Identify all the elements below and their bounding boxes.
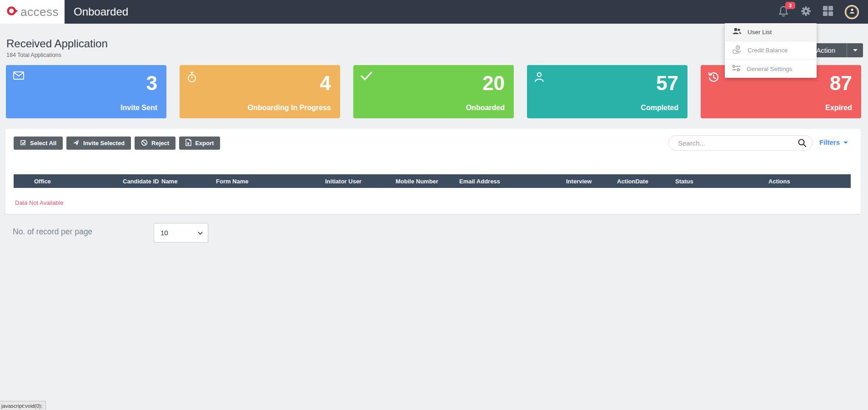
column-header-interview: Interview bbox=[566, 178, 592, 185]
button-label: Select All bbox=[30, 140, 56, 147]
empty-table-message: Data Not Available bbox=[15, 199, 64, 206]
settings-dropdown-menu: User List Credit Balance General Setting… bbox=[725, 23, 817, 78]
select-all-button[interactable]: Select All bbox=[14, 137, 63, 150]
button-label: Reject bbox=[151, 140, 169, 147]
checkbox-check-icon bbox=[20, 139, 26, 147]
notification-count-badge: 3 bbox=[785, 2, 795, 9]
navbar-actions: 3 bbox=[778, 5, 868, 19]
pending-action-caret-button[interactable] bbox=[847, 43, 863, 57]
notifications-button[interactable]: 3 bbox=[778, 5, 789, 19]
search-icon bbox=[798, 142, 807, 149]
stat-value: 4 bbox=[320, 72, 331, 94]
paper-plane-icon bbox=[73, 139, 80, 147]
column-header-initiator-user: Initiator User bbox=[325, 178, 361, 185]
button-label: Invite Selected bbox=[83, 140, 125, 147]
brand-logo[interactable]: access bbox=[0, 0, 65, 24]
stat-card-onboarded[interactable]: 20 Onboarded bbox=[353, 65, 514, 118]
column-header-email-address: Email Address bbox=[459, 178, 500, 185]
filters-label: Filters bbox=[819, 138, 840, 146]
menu-item-label: Credit Balance bbox=[748, 47, 788, 54]
stopwatch-icon bbox=[187, 71, 197, 85]
chevron-down-icon bbox=[853, 49, 858, 51]
stat-label: Expired bbox=[825, 104, 852, 112]
column-header-name: Name bbox=[161, 178, 177, 185]
stat-value: 20 bbox=[482, 72, 505, 94]
stat-card-onboarding-in-progress[interactable]: 4 Onboarding In Progress bbox=[180, 65, 340, 118]
sliders-icon bbox=[732, 65, 741, 73]
settings-gear-button[interactable] bbox=[801, 6, 811, 18]
history-clock-icon bbox=[708, 71, 719, 85]
stat-label: Onboarded bbox=[466, 104, 505, 112]
envelope-icon bbox=[13, 71, 24, 81]
reject-button[interactable]: Reject bbox=[135, 137, 176, 150]
user-avatar[interactable] bbox=[845, 5, 859, 19]
search-box bbox=[668, 135, 813, 151]
button-label: Export bbox=[195, 140, 214, 147]
records-per-page-label: No. of record per page bbox=[13, 227, 92, 237]
page-module-title: Onboarded bbox=[74, 5, 128, 18]
invite-selected-button[interactable]: Invite Selected bbox=[66, 137, 131, 150]
apps-grid-button[interactable] bbox=[823, 6, 833, 18]
users-icon bbox=[732, 27, 742, 37]
person-icon bbox=[849, 8, 855, 16]
column-header-form-name: Form Name bbox=[216, 178, 249, 185]
filters-toggle[interactable]: Filters bbox=[819, 138, 848, 146]
search-input[interactable] bbox=[678, 136, 796, 150]
menu-item-label: General Settings bbox=[747, 66, 793, 72]
page-title: Received Application bbox=[6, 37, 108, 50]
excel-file-icon bbox=[186, 139, 191, 147]
records-per-page-select[interactable]: 10 bbox=[154, 223, 208, 242]
records-per-page-select-wrap: 10 bbox=[154, 223, 208, 243]
chevron-down-icon bbox=[843, 142, 848, 144]
top-navbar: access Onboarded 3 bbox=[0, 0, 868, 24]
stat-value: 87 bbox=[830, 72, 852, 94]
check-icon bbox=[361, 71, 372, 82]
menu-item-user-list[interactable]: User List bbox=[725, 23, 817, 41]
stat-value: 3 bbox=[146, 72, 157, 94]
stat-card-invite-sent[interactable]: 3 Invite Sent bbox=[6, 65, 166, 118]
search-submit-button[interactable] bbox=[798, 138, 807, 149]
brand-pin-icon bbox=[6, 5, 19, 19]
credit-balance-icon bbox=[732, 45, 742, 56]
table-header-row: Office Candidate ID Name Form Name Initi… bbox=[14, 174, 851, 188]
page-header: Received Application 184 Total Applicati… bbox=[6, 37, 108, 58]
gear-icon bbox=[801, 6, 811, 18]
stat-label: Onboarding In Progress bbox=[248, 104, 331, 112]
stat-value: 57 bbox=[656, 72, 678, 94]
total-applications-count: 184 Total Applications bbox=[6, 52, 108, 58]
menu-item-label: User List bbox=[748, 29, 772, 35]
column-header-status: Status bbox=[675, 178, 693, 185]
menu-item-credit-balance[interactable]: Credit Balance bbox=[725, 41, 817, 60]
menu-item-general-settings[interactable]: General Settings bbox=[725, 60, 817, 78]
export-button[interactable]: Export bbox=[179, 137, 220, 150]
bulk-actions-toolbar: Select All Invite Selected Reject Export bbox=[14, 137, 220, 150]
applications-panel: Select All Invite Selected Reject Export bbox=[5, 129, 861, 214]
column-header-office: Office bbox=[34, 178, 51, 185]
browser-status-bar: javascript:void(0); bbox=[0, 401, 46, 410]
stat-card-completed[interactable]: 57 Completed bbox=[527, 65, 687, 118]
column-header-actiondate: ActionDate bbox=[617, 178, 648, 185]
brand-name: access bbox=[20, 5, 59, 19]
column-header-actions: Actions bbox=[768, 178, 790, 185]
ban-icon bbox=[141, 139, 148, 147]
column-header-candidate-id: Candidate ID bbox=[123, 178, 159, 185]
stat-label: Invite Sent bbox=[120, 104, 157, 112]
stat-label: Completed bbox=[641, 104, 678, 112]
user-icon bbox=[534, 71, 544, 85]
grid-icon bbox=[823, 6, 833, 18]
column-header-mobile-number: Mobile Number bbox=[396, 178, 438, 185]
